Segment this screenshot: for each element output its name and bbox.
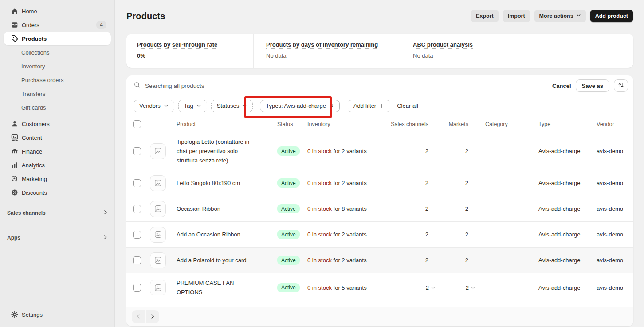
table-row[interactable]: Add an Occasion Ribbon Active 0 in stock… [126,222,633,248]
sidebar-item-customers[interactable]: Customers [4,117,111,130]
markets-count: 2 [465,231,468,238]
chevron-down-icon [242,103,247,108]
chip-label: Add filter [353,102,376,109]
type-value: Avis-add-charge [538,180,580,186]
row-checkbox[interactable] [133,231,141,239]
sidebar-item-content[interactable]: Content [4,131,111,144]
sidebar-item-marketing[interactable]: Marketing [4,172,111,185]
table-row[interactable]: Add a Polaroid to your card Active 0 in … [126,248,633,273]
search-input[interactable] [145,83,548,89]
table-row[interactable]: Letto Singolo 80x190 cm Active 0 in stoc… [126,170,633,196]
header-actions: Export Import More actions Add product [471,10,633,22]
stock-count: 0 in stock [307,148,332,154]
sidebar-item-products[interactable]: Products [4,32,111,45]
sidebar-item-gift-cards[interactable]: Gift cards [4,101,111,114]
sidebar-item-purchase-orders[interactable]: Purchase orders [4,73,111,87]
vendor-value: avis-demo [597,257,623,264]
metric-title[interactable]: Products by days of inventory remaining [266,41,378,48]
cancel-button[interactable]: Cancel [552,83,571,89]
product-name[interactable]: PREMIUM CASE FAN OPTIONS [177,278,253,297]
sidebar-item-analytics[interactable]: Analytics [4,158,111,172]
sidebar-item-inventory[interactable]: Inventory [4,59,111,73]
search-actions: Cancel Save as [552,79,628,92]
row-checkbox[interactable] [133,256,141,264]
sidebar-item-finance[interactable]: Finance [4,145,111,158]
save-as-button[interactable]: Save as [576,79,609,92]
sort-button[interactable] [614,79,628,92]
column-header-type[interactable]: Type [528,121,590,127]
product-name[interactable]: Add a Polaroid to your card [177,256,247,265]
vendors-filter-chip[interactable]: Vendors [134,100,174,112]
metric-title[interactable]: Products by sell-through rate [137,41,217,48]
sidebar-item-settings[interactable]: Settings [4,308,111,321]
pagination-buttons [132,310,159,323]
chevron-down-icon[interactable] [471,285,475,290]
metric-value: No data [413,52,626,59]
add-filter-chip[interactable]: Add filter [348,100,390,112]
search-row: Cancel Save as [126,75,633,96]
next-page-button[interactable] [146,310,159,323]
column-header-inventory[interactable]: Inventory [304,121,385,127]
more-actions-button[interactable]: More actions [534,10,586,22]
table-row[interactable]: PREMIUM CASE FAN OPTIONS Active 0 in sto… [126,273,633,302]
variant-count: for 2 variants [334,148,367,154]
export-button[interactable]: Export [471,10,499,22]
column-header-markets[interactable]: Markets [429,121,469,127]
variant-count: for 2 variants [334,180,367,186]
tag-filter-chip[interactable]: Tag [178,100,207,112]
app-window: Home Orders 4 Products Collections Inven… [0,0,644,327]
statuses-filter-chip[interactable]: Statuses [211,100,253,112]
product-name[interactable]: Letto Singolo 80x190 cm [177,178,240,188]
table-row[interactable]: Tipologia Letto (contattare in chat per … [126,132,633,170]
product-thumbnail[interactable] [150,143,166,159]
row-checkbox[interactable] [133,179,141,187]
status-badge: Active [277,146,300,156]
sidebar-section-sales-channels[interactable]: Sales channels [4,207,111,219]
product-name[interactable]: Occasion Ribbon [177,204,220,213]
applied-type-filter-chip[interactable]: Types: Avis-add-charge [260,100,340,112]
metric-title[interactable]: ABC product analysis [413,41,473,48]
product-thumbnail[interactable] [150,252,166,268]
analytics-summary-card: Products by sell-through rate 0%— Produc… [126,34,633,68]
column-header-category[interactable]: Category [469,121,528,127]
sidebar-section-apps[interactable]: Apps [4,232,111,244]
product-thumbnail[interactable] [150,175,166,191]
sidebar-item-orders[interactable]: Orders 4 [4,18,111,32]
column-header-status[interactable]: Status [270,121,304,127]
chevron-right-icon [102,209,108,217]
row-checkbox[interactable] [133,205,141,213]
sidebar-item-transfers[interactable]: Transfers [4,87,111,100]
product-name[interactable]: Add an Occasion Ribbon [177,230,240,239]
type-value: Avis-add-charge [538,284,580,291]
metric-days-of-inventory: Products by days of inventory remaining … [253,34,399,68]
column-header-product[interactable]: Product [173,121,270,127]
select-all-checkbox[interactable] [133,120,141,128]
remove-filter-icon[interactable] [329,103,334,108]
product-thumbnail[interactable] [150,280,166,295]
add-product-button[interactable]: Add product [590,10,633,22]
stock-count: 0 in stock [307,284,332,291]
image-placeholder-icon [154,147,162,155]
product-thumbnail[interactable] [150,227,166,243]
previous-page-button[interactable] [132,310,145,323]
product-thumbnail[interactable] [150,201,166,217]
status-badge: Active [277,204,300,213]
sidebar-item-label: Inventory [21,63,45,70]
type-value: Avis-add-charge [538,231,580,238]
column-header-sales-channels[interactable]: Sales channels [385,121,429,127]
column-header-vendor[interactable]: Vendor [590,121,633,127]
sort-icon [617,82,624,90]
image-placeholder-icon [154,284,162,292]
row-checkbox[interactable] [133,284,141,292]
row-checkbox[interactable] [133,147,141,155]
chevron-right-icon [149,313,156,321]
import-button[interactable]: Import [503,10,530,22]
table-row[interactable]: Occasion Ribbon Active 0 in stock for 8 … [126,196,633,222]
sidebar-item-collections[interactable]: Collections [4,46,111,59]
product-name[interactable]: Tipologia Letto (contattare in chat per … [177,137,253,165]
sidebar-item-home[interactable]: Home [4,4,111,18]
search-field[interactable] [134,81,548,91]
sidebar-item-discounts[interactable]: Discounts [4,186,111,199]
clear-all-button[interactable]: Clear all [397,102,418,109]
pagination-bar [126,307,633,326]
